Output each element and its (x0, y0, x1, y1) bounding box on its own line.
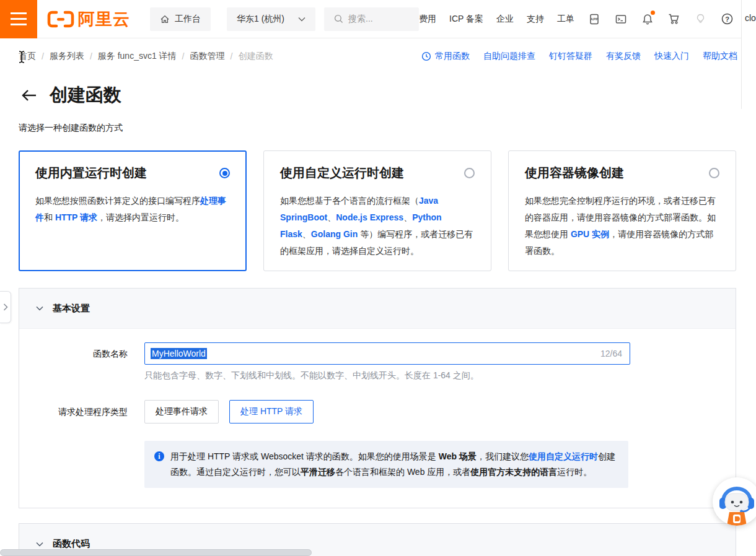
text-segment: 和 (44, 212, 55, 222)
text-segment: 用于处理 HTTP 请求或 Websocket 请求的函数。如果您的使用场景是 (170, 451, 439, 461)
region-label: 华东1 (杭州) (237, 14, 284, 25)
radio-custom-runtime[interactable] (464, 168, 475, 178)
help-icon[interactable]: ? (721, 12, 734, 26)
breadcrumb-separator: / (231, 51, 233, 61)
function-name-value: MyHelloWorld (151, 348, 207, 359)
link-self-troubleshoot[interactable]: 自助问题排查 (483, 51, 535, 62)
breadcrumb-home[interactable]: 首页 (19, 51, 36, 62)
breadcrumb-separator: / (42, 51, 44, 61)
nav-item-tickets[interactable]: 工单 (557, 14, 574, 25)
chevron-down-icon (298, 17, 305, 22)
info-icon: i (154, 451, 164, 461)
nav-item-enterprise[interactable]: 企业 (496, 14, 514, 25)
notification-bell-icon[interactable] (641, 12, 654, 26)
sidebar-expander[interactable] (0, 291, 11, 323)
text-segment: 使用官方未支持的语言 (470, 467, 557, 477)
lightbulb-icon[interactable] (694, 12, 708, 26)
breadcrumb-separator: / (182, 51, 185, 61)
radio-builtin-runtime[interactable] (219, 168, 230, 178)
chevron-down-icon (36, 306, 43, 311)
chatbot-assistant-button[interactable] (713, 477, 756, 526)
breadcrumb-current: 创建函数 (238, 51, 273, 62)
breadcrumb-service-list[interactable]: 服务列表 (50, 51, 84, 62)
card-builtin-runtime[interactable]: 使用内置运行时创建 如果您想按照函数计算定义的接口编写程序处理事件和 HTTP … (19, 150, 247, 271)
radio-container-image[interactable] (709, 168, 719, 178)
workbench-button[interactable]: 工作台 (150, 7, 211, 31)
card-description: 如果您想基于各个语言的流行框架（Java SpringBoot、Node.js … (280, 193, 475, 259)
link-quick-start[interactable]: 快速入门 (654, 51, 689, 62)
card-title: 使用自定义运行时创建 (280, 165, 404, 181)
inline-link[interactable]: HTTP 请求 (55, 212, 97, 222)
home-icon (160, 14, 170, 24)
text-segment: Web 场景 (439, 451, 477, 461)
link-help-docs[interactable]: 帮助文档 (703, 51, 737, 62)
account-flyout[interactable]: clo (741, 0, 756, 109)
svg-text:APP: APP (591, 17, 598, 21)
notification-badge (651, 11, 655, 15)
inline-link[interactable]: Golang Gin (311, 229, 358, 239)
function-name-label: 函数名称 (19, 342, 144, 381)
navbar-right: 费用 ICP 备案 企业 支持 工单 APP (419, 12, 756, 26)
text-segment: ，请选择内置运行时。 (97, 212, 184, 222)
text-segment: 、 (327, 212, 336, 222)
creation-method-cards: 使用内置运行时创建 如果您想按照函数计算定义的接口编写程序处理事件和 HTTP … (19, 150, 736, 271)
text-segment: 如果您想基于各个语言的流行框架（ (280, 196, 419, 206)
page-title: 创建函数 (50, 83, 121, 108)
chevron-down-icon (36, 542, 43, 547)
breadcrumb-separator: / (90, 51, 92, 61)
link-common-functions[interactable]: 常用函数 (421, 51, 470, 62)
breadcrumb-service-detail[interactable]: 服务 func_svc1 详情 (98, 51, 177, 62)
account-name-partial: clo (742, 13, 756, 23)
horizontal-scrollbar-thumb[interactable] (0, 549, 312, 556)
mobile-app-icon[interactable]: APP (587, 12, 601, 26)
inline-link[interactable]: Node.js Express (336, 212, 403, 222)
back-button[interactable] (21, 89, 37, 102)
text-segment: ，我们建议您 (477, 451, 529, 461)
card-title: 使用容器镜像创建 (525, 165, 624, 181)
function-name-input[interactable]: MyHelloWorld 12/64 (144, 342, 630, 365)
aliyun-logo-text: 阿里云 (78, 8, 130, 30)
section-title: 函数代码 (53, 538, 90, 550)
card-title: 使用内置运行时创建 (35, 165, 147, 181)
console-icon[interactable] (614, 12, 628, 26)
text-segment: 运行时。 (557, 467, 592, 477)
card-description: 如果您想完全控制程序运行的环境，或者迁移已有的容器应用，请使用容器镜像的方式部署… (525, 193, 719, 259)
function-name-helper: 只能包含字母、数字、下划线和中划线。不能以数字、中划线开头。长度在 1-64 之… (144, 370, 736, 381)
handle-event-request-button[interactable]: 处理事件请求 (144, 400, 219, 424)
breadcrumb: 首页 / 服务列表 / 服务 func_svc1 详情 / 函数管理 / 创建函… (19, 51, 273, 62)
card-container-image[interactable]: 使用容器镜像创建 如果您想完全控制程序运行的环境，或者迁移已有的容器应用，请使用… (508, 150, 736, 271)
text-segment: 、 (403, 212, 412, 222)
card-description: 如果您想按照函数计算定义的接口编写程序处理事件和 HTTP 请求，请选择内置运行… (35, 193, 230, 226)
nav-item-support[interactable]: 支持 (527, 14, 544, 25)
breadcrumb-function-mgmt[interactable]: 函数管理 (190, 51, 225, 62)
basic-settings-section: 基本设置 函数名称 MyHelloWorld 12/64 只能包含字母、数字、下… (19, 288, 736, 508)
http-handler-info-box: i 用于处理 HTTP 请求或 Websocket 请求的函数。如果您的使用场景… (144, 441, 628, 488)
hamburger-menu-button[interactable] (0, 0, 37, 38)
quick-links: 常用函数 自助问题排查 钉钉答疑群 有奖反馈 快速入门 帮助文档 (421, 51, 737, 62)
region-selector[interactable]: 华东1 (杭州) (227, 7, 315, 31)
cart-icon[interactable] (667, 12, 681, 26)
chevron-right-icon (3, 303, 8, 311)
svg-text:?: ? (726, 15, 730, 23)
char-counter: 12/64 (600, 349, 622, 358)
nav-item-icp[interactable]: ICP 备案 (449, 14, 483, 25)
aliyun-logo[interactable]: 阿里云 (47, 8, 130, 30)
section-title: 基本设置 (53, 303, 90, 315)
workbench-label: 工作台 (175, 14, 201, 25)
inline-link[interactable]: 使用自定义运行时 (529, 451, 598, 461)
link-feedback[interactable]: 有奖反馈 (606, 51, 641, 62)
text-segment: 平滑迁移 (301, 467, 335, 477)
search-placeholder: 搜索... (348, 14, 373, 25)
handle-http-request-button[interactable]: 处理 HTTP 请求 (229, 400, 314, 424)
handler-type-toggle: 处理事件请求 处理 HTTP 请求 (144, 400, 736, 424)
handler-type-label: 请求处理程序类型 (19, 400, 144, 488)
card-custom-runtime[interactable]: 使用自定义运行时创建 如果您想基于各个语言的流行框架（Java SpringBo… (263, 150, 491, 271)
search-input[interactable]: 搜索... (324, 7, 419, 31)
basic-settings-header[interactable]: 基本设置 (19, 289, 736, 329)
basic-settings-body: 函数名称 MyHelloWorld 12/64 只能包含字母、数字、下划线和中划… (19, 329, 736, 508)
nav-item-billing[interactable]: 费用 (419, 14, 436, 25)
link-dingtalk-group[interactable]: 钉钉答疑群 (549, 51, 592, 62)
inline-link[interactable]: GPU 实例 (571, 229, 609, 239)
text-segment: 各个语言和框架的 Web 应用，或者 (335, 467, 470, 477)
search-icon (334, 14, 343, 24)
